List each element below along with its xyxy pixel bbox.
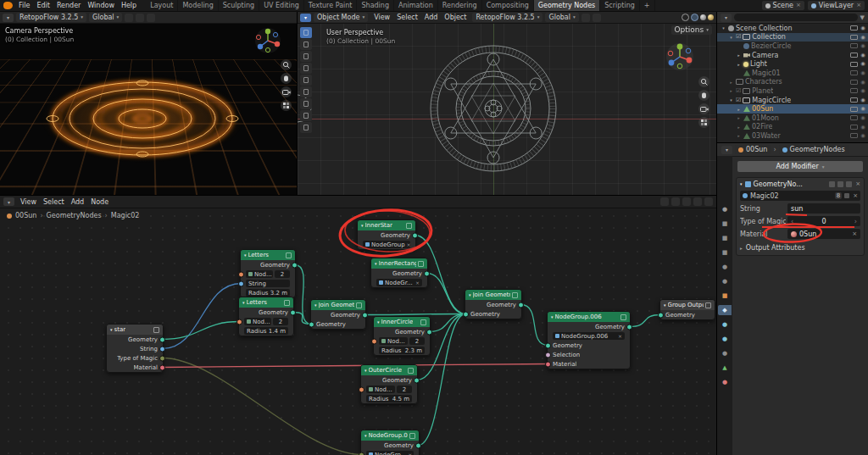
disclosure-triangle[interactable]: ▸ [740,246,743,251]
node-header[interactable]: ▾Letters [241,250,295,260]
properties-tab-tool[interactable]: ● [718,204,732,214]
eye-visibility-icon[interactable]: ◉ [860,125,865,130]
outliner-row-collection[interactable]: ▾☑Collection◉ [717,33,868,42]
node-ng006[interactable]: ▾NodeGroup.006GeometryNodeGroup.006×Geom… [547,311,631,369]
input-socket[interactable] [359,386,364,392]
add-modifier-button[interactable]: Add Modifier▾ [737,161,863,172]
collapse-arrow-icon[interactable]: ▾ [469,292,471,297]
material-shading-icon[interactable] [700,14,706,20]
cursor-tool[interactable] [300,39,312,50]
camera-visibility-icon[interactable] [850,80,858,85]
node-header[interactable]: ▾Join Geometry [311,300,365,310]
node-link[interactable] [163,322,240,340]
input-socket[interactable] [545,361,551,367]
camera-visibility-icon[interactable] [850,97,858,103]
eye-visibility-icon[interactable]: ◉ [860,133,865,139]
add-primitive-tool[interactable] [300,122,312,133]
editor-type-icon[interactable]: ▾ [3,14,14,22]
camera-visibility-icon[interactable] [850,25,858,31]
collapse-arrow-icon[interactable]: ▾ [364,433,367,438]
navigation-gizmo[interactable] [665,42,694,73]
input-socket[interactable] [658,312,664,318]
output-socket[interactable] [159,346,165,352]
node-link[interactable] [295,265,312,325]
node-header[interactable]: ▾Join Geometry [465,290,521,300]
outliner-row-magiccircle[interactable]: ▾☑MagicCircle◉ [717,96,868,105]
outliner-row-scene-collection[interactable]: ▾Scene Collection◉ [717,24,868,33]
vpb-menu-select[interactable]: Select [393,14,421,21]
collapse-arrow-icon[interactable]: ▾ [314,302,317,308]
vpb-menu-add[interactable]: Add [421,14,442,21]
mode-selector[interactable]: Object Mode▾ [314,13,368,22]
properties-tab-scene[interactable]: ● [718,262,732,272]
node-groupout[interactable]: ▾Group OutputGeometry [659,299,715,320]
node-header[interactable]: ▾InnerRectangle [371,258,427,269]
node-header[interactable]: ▾Group Output [660,300,715,310]
edit-mode-toggle-icon[interactable] [829,181,835,187]
render-toggle-icon[interactable] [846,181,852,187]
node-join2[interactable]: ▾Join GeometryGeometryGeometry [465,289,522,319]
collapse-arrow-icon[interactable]: ▾ [110,327,113,332]
camera-visibility-icon[interactable] [850,88,858,93]
node-header[interactable]: ▾NodeGroup.006 [548,312,630,322]
node-number-field[interactable]: 2 [397,386,412,393]
disclosure-triangle[interactable]: ▸ [728,80,734,85]
outliner-editor-icon[interactable]: ▾ [721,14,732,22]
rendered-shading-icon[interactable] [708,14,714,20]
input-socket[interactable] [359,452,364,455]
collection-checkbox[interactable]: ☑ [736,34,741,40]
output-attributes-section[interactable]: ▸ Output Attributes [740,244,860,252]
menu-window[interactable]: Window [84,2,118,9]
transform-orientation[interactable]: Global▾ [89,13,122,22]
input-socket[interactable] [371,338,377,344]
node-header[interactable]: ▾star [107,325,163,335]
eye-visibility-icon[interactable]: ◉ [860,35,865,41]
node-value-slider[interactable]: Radius3.2 m [246,289,290,297]
input-socket[interactable] [545,342,551,348]
menu-render[interactable]: Render [53,2,84,9]
measure-tool[interactable] [300,110,312,121]
pan-hand-icon[interactable] [281,73,292,84]
value-arrow-left[interactable]: ‹ [791,218,793,225]
workspace-tab-geometry-nodes[interactable]: Geometry Nodes [534,0,600,12]
output-socket[interactable] [362,312,368,318]
output-socket[interactable] [626,324,632,330]
navigation-gizmo[interactable] [254,27,281,56]
node-header[interactable]: ▾Letters [239,297,293,308]
properties-tab-view-layer[interactable]: ■ [718,247,732,258]
wireframe-shading-icon[interactable] [682,14,689,21]
node-canvas[interactable]: ▾starGeometryStringType of MagicMaterial… [0,196,716,455]
eye-visibility-icon[interactable]: ◉ [860,88,865,94]
collection-checkbox[interactable]: ☑ [736,88,741,94]
camera-visibility-icon[interactable] [850,43,858,48]
vpb-menu-object[interactable]: Object [441,14,470,21]
properties-tab-material[interactable]: ● [718,377,732,387]
outliner-row-camera[interactable]: ▸Camera◉ [717,51,868,60]
solid-shading-icon[interactable] [691,14,698,21]
zoom-icon[interactable] [698,76,709,87]
node-ng005[interactable]: ▾NodeGroup.005GeometryNodeGro...× [360,430,420,455]
output-socket[interactable] [159,364,165,370]
output-socket[interactable] [426,329,432,335]
node-innercircle[interactable]: ▾InnerCircleGeometryNod...2Radius2.3 m [373,316,431,356]
node-string-field[interactable]: String [246,280,290,287]
node-group-field[interactable]: NodeGr...× [376,279,422,286]
modifier-panel-header[interactable]: ▾ GeometryNo... × [737,178,864,190]
node-innerrect[interactable]: ▾InnerRectangleGeometryNodeGr...× [370,258,428,288]
transform-orientation[interactable]: Global▾ [545,13,578,22]
properties-tab-object-data[interactable]: ▲ [718,363,732,373]
node-letters1[interactable]: ▾LettersGeometryNod...2StringRadius3.2 m [240,249,296,298]
move-tool[interactable] [300,51,312,62]
workspace-tab-sculpting[interactable]: Sculpting [219,0,259,12]
collapse-arrow-icon[interactable]: ▾ [551,314,554,319]
properties-tab-modifiers[interactable]: ◆ [718,305,732,315]
collapse-arrow-icon[interactable]: ▾ [664,302,666,308]
workspace-tab-[interactable]: + [640,0,655,12]
retopoflow-menu[interactable]: RetopoFlow 3.2.5▾ [472,13,542,22]
disclosure-triangle[interactable]: ▸ [736,133,742,138]
node-group-field[interactable]: NodeGroup× [363,241,410,248]
collapse-arrow-icon[interactable]: ▾ [244,252,247,258]
node-star[interactable]: ▾starGeometryStringType of MagicMaterial [106,324,164,373]
camera-visibility-icon[interactable] [850,53,858,58]
viewlayer-x-icon[interactable]: × [856,1,861,10]
